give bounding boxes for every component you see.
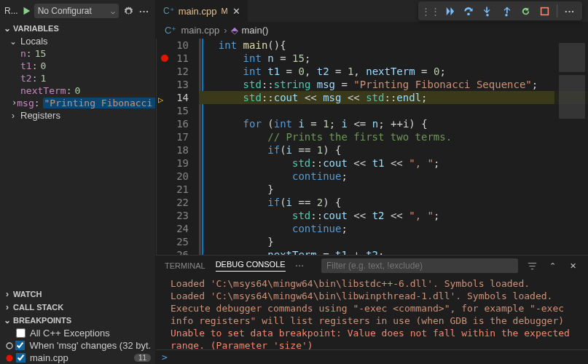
drag-handle-icon[interactable]: ⋮⋮ — [424, 4, 437, 17]
step-over-icon[interactable] — [462, 4, 475, 17]
gutter-11[interactable]: 11 — [157, 52, 189, 65]
gear-icon[interactable] — [122, 4, 135, 17]
line-20[interactable]: continue; — [199, 170, 588, 183]
gutter-15[interactable]: 15 — [157, 104, 189, 117]
bp-checkbox[interactable] — [16, 353, 26, 363]
bp-indicator-dot — [4, 355, 15, 362]
tab-debug-console[interactable]: DEBUG CONSOLE — [216, 260, 286, 272]
gutter-10[interactable]: 10 — [157, 39, 189, 52]
chevron-right-icon: › — [12, 98, 17, 108]
line-12[interactable]: int t1 = 0, t2 = 1, nextTerm = 0; — [199, 65, 588, 78]
registers-group[interactable]: › Registers — [0, 109, 155, 122]
bp-all-cpp-label: All C++ Exceptions — [30, 328, 110, 339]
section-breakpoints[interactable]: ⌄ BREAKPOINTS — [0, 314, 155, 327]
code-body[interactable]: int main(){ int n = 15; int t1 = 0, t2 =… — [199, 39, 588, 255]
chevron-right-icon: › — [224, 25, 227, 36]
variable-n[interactable]: n: 15 — [0, 47, 155, 60]
run-label: R... — [4, 6, 18, 16]
section-variables[interactable]: ⌄ VARIABLES — [0, 22, 155, 35]
gutter-14[interactable]: ▷14 — [157, 91, 189, 104]
close-icon[interactable]: ✕ — [232, 6, 240, 17]
variable-nextterm[interactable]: nextTerm: 0 — [0, 84, 155, 97]
gutter-16[interactable]: 16 — [157, 117, 189, 130]
debug-console-output[interactable]: Loaded 'C:\msys64\mingw64\bin\libstdc++-… — [156, 276, 588, 349]
step-into-icon[interactable] — [481, 4, 494, 17]
gutter-20[interactable]: 20 — [157, 170, 189, 183]
line-25[interactable]: } — [199, 235, 588, 248]
breadcrumb-func-label: main() — [241, 25, 268, 36]
svg-rect-5 — [541, 7, 548, 15]
console-filter-input[interactable] — [321, 258, 518, 273]
step-out-icon[interactable] — [500, 4, 513, 17]
section-watch[interactable]: › WATCH — [0, 288, 155, 301]
breakpoint-dot[interactable] — [161, 55, 168, 62]
start-debug-icon[interactable] — [21, 6, 31, 16]
gutter-21[interactable]: 21 — [157, 183, 189, 196]
gutter: 10 11 12 13 ▷14 15 16 17 18 19 20 21 22 … — [157, 39, 199, 255]
locals-group[interactable]: ⌄ Locals — [0, 35, 155, 47]
line-26[interactable]: nextTerm = t1 + t2; — [199, 248, 588, 255]
debug-toolbar: R... No Configurat ⌵ ··· — [0, 0, 155, 22]
gutter-19[interactable]: 19 — [157, 157, 189, 170]
line-16[interactable]: for (int i = 1; i <= n; ++i) { — [199, 117, 588, 130]
section-watch-label: WATCH — [13, 290, 42, 298]
chevron-up-icon[interactable]: ⌃ — [546, 259, 559, 272]
bp-checkbox[interactable] — [15, 341, 25, 350]
stop-icon[interactable] — [538, 4, 551, 17]
gutter-26[interactable]: 26 — [157, 248, 189, 255]
bp-checkbox[interactable] — [16, 328, 26, 338]
more-icon[interactable]: ··· — [138, 4, 151, 17]
tab-main-cpp[interactable]: C⁺ main.cpp M ✕ — [156, 0, 248, 22]
gutter-23[interactable]: 23 — [157, 209, 189, 222]
filter-lines-icon[interactable] — [525, 259, 538, 272]
variable-t2[interactable]: t2: 1 — [0, 72, 155, 84]
line-17[interactable]: // Prints the first two terms. — [199, 130, 588, 143]
console-input[interactable]: > — [156, 349, 588, 364]
gutter-22[interactable]: 22 — [157, 196, 189, 209]
line-14-current[interactable]: std::cout << msg << std::endl; — [199, 91, 588, 104]
code-editor[interactable]: 10 11 12 13 ▷14 15 16 17 18 19 20 21 22 … — [156, 39, 588, 255]
gutter-12[interactable]: 12 — [157, 65, 189, 78]
variable-t1[interactable]: t1: 0 — [0, 60, 155, 72]
bp-line-badge: 11 — [134, 354, 151, 362]
line-13[interactable]: std::string msg = "Printing Fibonacci Se… — [199, 78, 588, 91]
more-icon[interactable]: ··· — [563, 4, 576, 17]
debug-config-select[interactable]: No Configurat ⌵ — [34, 4, 119, 18]
gutter-17[interactable]: 17 — [157, 130, 189, 143]
line-15[interactable] — [199, 104, 588, 117]
chevron-down-icon: ⌄ — [3, 315, 12, 325]
gutter-13[interactable]: 13 — [157, 78, 189, 91]
chevron-down-icon: ⌄ — [9, 36, 17, 47]
restart-icon[interactable] — [519, 4, 532, 17]
breadcrumb[interactable]: C⁺ main.cpp › ⬘ main() — [156, 22, 588, 39]
minimap[interactable] — [554, 39, 588, 255]
breadcrumb-file[interactable]: main.cpp — [181, 25, 219, 36]
bottom-panel: TERMINAL DEBUG CONSOLE ··· ⌃ ✕ Loaded 'C… — [156, 255, 588, 364]
line-10[interactable]: int main(){ — [199, 39, 588, 52]
chevron-down-icon: ⌵ — [111, 7, 115, 15]
line-24[interactable]: continue; — [199, 222, 588, 235]
section-callstack[interactable]: › CALL STACK — [0, 301, 155, 314]
variable-msg[interactable]: › msg: "Printing Fibonacci S — [0, 97, 155, 109]
breakpoint-msg-change[interactable]: When 'msg' changes (32 byt... — [0, 339, 155, 352]
breadcrumb-func[interactable]: ⬘ main() — [231, 25, 268, 36]
line-19[interactable]: std::cout << t1 << ", "; — [199, 157, 588, 170]
breakpoint-all-cpp[interactable]: All C++ Exceptions — [0, 327, 155, 339]
debug-config-label: No Configurat — [38, 6, 92, 16]
line-22[interactable]: if(i == 2) { — [199, 196, 588, 209]
gutter-25[interactable]: 25 — [157, 235, 189, 248]
method-icon: ⬘ — [231, 25, 238, 36]
gutter-18[interactable]: 18 — [157, 143, 189, 157]
svg-point-3 — [486, 14, 489, 17]
line-18[interactable]: if(i == 1) { — [199, 143, 588, 157]
line-23[interactable]: std::cout << t2 << ", "; — [199, 209, 588, 222]
gutter-24[interactable]: 24 — [157, 222, 189, 235]
line-21[interactable]: } — [199, 183, 588, 196]
line-11[interactable]: int n = 15; — [199, 52, 588, 65]
continue-icon[interactable] — [443, 4, 456, 17]
close-icon[interactable]: ✕ — [566, 259, 579, 272]
breakpoint-main-cpp[interactable]: main.cpp 11 — [0, 352, 155, 364]
tab-filename: main.cpp — [179, 6, 217, 17]
more-icon[interactable]: ··· — [296, 261, 305, 270]
tab-terminal[interactable]: TERMINAL — [165, 261, 205, 270]
